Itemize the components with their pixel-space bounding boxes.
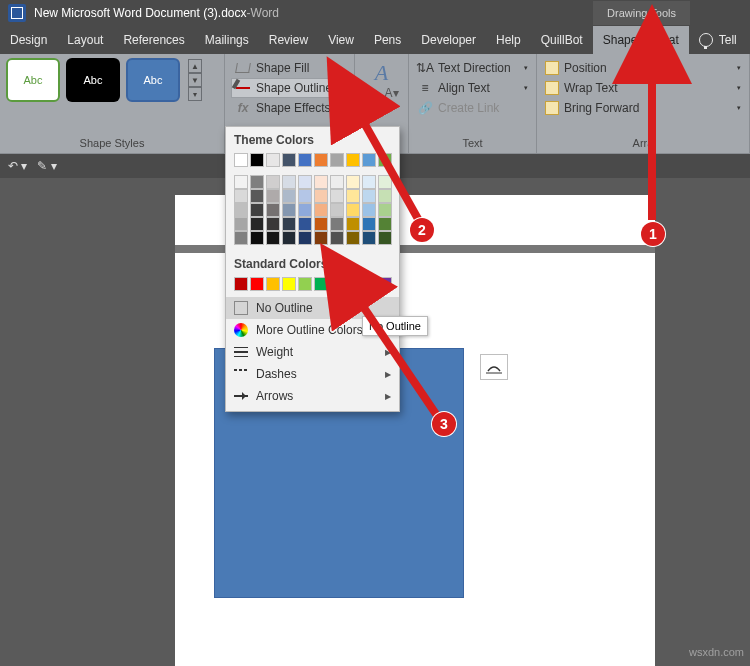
shape-effects-button[interactable]: fx Shape Effects ▼ xyxy=(231,98,348,118)
color-swatch[interactable] xyxy=(298,203,312,217)
tab-developer[interactable]: Developer xyxy=(411,26,486,54)
color-swatch[interactable] xyxy=(314,175,328,189)
color-swatch[interactable] xyxy=(266,189,280,203)
color-swatch[interactable] xyxy=(314,189,328,203)
chevron-down-icon[interactable]: ▼ xyxy=(188,73,202,87)
wordart-preview-icon[interactable]: A xyxy=(361,60,402,86)
color-swatch[interactable] xyxy=(250,203,264,217)
tab-shape-format[interactable]: Shape Format xyxy=(593,26,689,54)
shape-fill-label: Shape Fill xyxy=(256,61,309,75)
color-swatch[interactable] xyxy=(234,175,248,189)
color-swatch[interactable] xyxy=(266,153,280,167)
shape-outline-button[interactable]: Shape Outline ▼ xyxy=(231,78,348,98)
color-swatch[interactable] xyxy=(330,189,344,203)
layout-options-button[interactable] xyxy=(480,354,508,380)
shape-style-preset-1[interactable]: Abc xyxy=(6,58,60,102)
bring-forward-icon xyxy=(545,101,559,115)
color-swatch[interactable] xyxy=(330,277,344,291)
color-swatch[interactable] xyxy=(314,153,328,167)
color-swatch[interactable] xyxy=(330,217,344,231)
color-swatch[interactable] xyxy=(298,277,312,291)
color-swatch[interactable] xyxy=(298,231,312,245)
color-swatch[interactable] xyxy=(266,217,280,231)
undo-icon[interactable]: ↶ ▾ xyxy=(8,159,27,173)
color-swatch[interactable] xyxy=(250,189,264,203)
color-swatch[interactable] xyxy=(250,231,264,245)
color-swatch[interactable] xyxy=(314,203,328,217)
chevron-up-icon[interactable]: ▲ xyxy=(188,59,202,73)
color-swatch[interactable] xyxy=(282,189,296,203)
create-link-button[interactable]: 🔗 Create Link xyxy=(415,98,530,118)
tab-quillbot[interactable]: QuillBot xyxy=(531,26,593,54)
tab-design[interactable]: Design xyxy=(0,26,57,54)
gallery-more-icon[interactable]: ▾ xyxy=(188,87,202,101)
color-swatch[interactable] xyxy=(266,231,280,245)
color-swatch[interactable] xyxy=(234,231,248,245)
align-text-button[interactable]: ≡ Align Text▾ xyxy=(415,78,530,98)
annotation-arrow-1 xyxy=(637,60,667,233)
style-gallery-scroll[interactable]: ▲ ▼ ▾ xyxy=(188,59,202,101)
bring-forward-label: Bring Forward xyxy=(564,101,639,115)
color-swatch[interactable] xyxy=(330,175,344,189)
color-swatch[interactable] xyxy=(330,231,344,245)
contextual-tool-label: Drawing Tools xyxy=(593,1,690,25)
color-swatch[interactable] xyxy=(250,153,264,167)
color-swatch[interactable] xyxy=(234,203,248,217)
color-swatch[interactable] xyxy=(298,189,312,203)
color-swatch[interactable] xyxy=(330,203,344,217)
color-swatch[interactable] xyxy=(266,203,280,217)
color-swatch[interactable] xyxy=(266,175,280,189)
tab-help[interactable]: Help xyxy=(486,26,531,54)
annotation-arrow-3 xyxy=(350,290,450,433)
color-swatch[interactable] xyxy=(314,231,328,245)
tab-pens[interactable]: Pens xyxy=(364,26,411,54)
color-swatch[interactable] xyxy=(250,175,264,189)
standard-colors-header: Standard Colors xyxy=(226,251,399,275)
color-swatch[interactable] xyxy=(314,217,328,231)
group-shape-styles: Abc Abc Abc ▲ ▼ ▾ Shape Styles xyxy=(0,54,225,153)
tab-review[interactable]: Review xyxy=(259,26,318,54)
color-swatch[interactable] xyxy=(266,277,280,291)
chevron-down-icon: ▼ xyxy=(337,65,344,72)
tab-layout[interactable]: Layout xyxy=(57,26,113,54)
color-swatch[interactable] xyxy=(330,153,344,167)
color-swatch[interactable] xyxy=(250,217,264,231)
color-swatch[interactable] xyxy=(346,277,360,291)
color-swatch[interactable] xyxy=(234,153,248,167)
shape-style-preset-2[interactable]: Abc xyxy=(66,58,120,102)
color-swatch[interactable] xyxy=(378,277,392,291)
shape-fill-button[interactable]: Shape Fill ▼ xyxy=(231,58,348,78)
color-swatch[interactable] xyxy=(250,277,264,291)
shape-outline-label: Shape Outline xyxy=(256,81,332,95)
color-swatch[interactable] xyxy=(298,217,312,231)
tab-mailings[interactable]: Mailings xyxy=(195,26,259,54)
position-label: Position xyxy=(564,61,607,75)
color-swatch[interactable] xyxy=(282,175,296,189)
tab-view[interactable]: View xyxy=(318,26,364,54)
shape-effects-label: Shape Effects xyxy=(256,101,331,115)
color-swatch[interactable] xyxy=(234,217,248,231)
document-filename: New Microsoft Word Document (3).docx xyxy=(34,6,247,20)
color-swatch[interactable] xyxy=(314,277,328,291)
shape-style-preset-3[interactable]: Abc xyxy=(126,58,180,102)
text-direction-icon: ⇅A xyxy=(417,60,433,76)
app-name: Word xyxy=(251,6,279,20)
text-direction-button[interactable]: ⇅A Text Direction▾ xyxy=(415,58,530,78)
svg-line-1 xyxy=(358,112,422,226)
color-swatch[interactable] xyxy=(282,231,296,245)
annotation-badge-2: 2 xyxy=(410,218,434,242)
color-swatch[interactable] xyxy=(282,153,296,167)
color-swatch[interactable] xyxy=(282,203,296,217)
color-swatch[interactable] xyxy=(234,189,248,203)
color-swatch[interactable] xyxy=(298,153,312,167)
wrap-text-label: Wrap Text xyxy=(564,81,618,95)
color-swatch[interactable] xyxy=(282,217,296,231)
color-swatch[interactable] xyxy=(234,277,248,291)
color-swatch[interactable] xyxy=(282,277,296,291)
color-swatch[interactable] xyxy=(362,277,376,291)
highlighter-icon[interactable]: ✎ ▾ xyxy=(37,159,56,173)
tell-me[interactable]: Tell xyxy=(689,33,747,47)
arrows-icon xyxy=(234,395,248,397)
color-swatch[interactable] xyxy=(298,175,312,189)
tab-references[interactable]: References xyxy=(113,26,194,54)
